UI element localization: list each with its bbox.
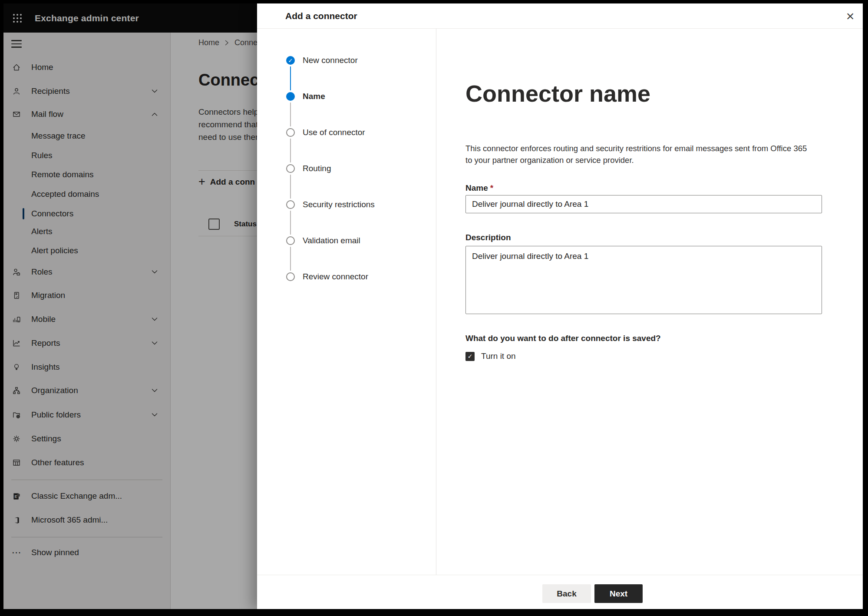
step-check-icon: ✓	[286, 56, 295, 65]
name-input[interactable]	[465, 195, 822, 213]
wizard-stepper: ✓ New connector Name Use of connector Ro…	[257, 29, 436, 575]
step-label: Use of connector	[303, 128, 365, 137]
description-line: This connector enforces routing and secu…	[465, 142, 807, 154]
step-circle	[286, 128, 295, 137]
wizard-description: This connector enforces routing and secu…	[465, 142, 807, 166]
step-label: Security restrictions	[303, 200, 375, 209]
step-label: Validation email	[303, 236, 360, 245]
back-button[interactable]: Back	[542, 584, 591, 603]
dialog-header: Add a connector ×	[257, 3, 863, 29]
step-circle	[286, 236, 295, 245]
after-save-question: What do you want to do after connector i…	[465, 334, 661, 343]
step-label: New connector	[303, 56, 358, 65]
checked-checkbox-icon[interactable]: ✓	[465, 352, 475, 361]
step-circle	[286, 272, 295, 281]
turn-it-on-option[interactable]: ✓ Turn it on	[465, 351, 516, 361]
step-circle	[286, 200, 295, 209]
dialog-body: ✓ New connector Name Use of connector Ro…	[257, 29, 863, 575]
step-use-of-connector[interactable]: Use of connector	[286, 123, 365, 142]
wizard-content: Connector name This connector enforces r…	[436, 29, 863, 575]
description-field-label: Description	[465, 233, 511, 242]
step-name[interactable]: Name	[286, 87, 325, 106]
turn-it-on-label: Turn it on	[481, 351, 516, 361]
dialog-footer: Back Next	[257, 575, 863, 609]
next-button[interactable]: Next	[594, 584, 643, 603]
wizard-heading: Connector name	[465, 80, 650, 107]
step-active-dot	[286, 92, 295, 101]
step-routing[interactable]: Routing	[286, 159, 331, 178]
close-icon[interactable]: ×	[842, 8, 858, 24]
required-asterisk: *	[490, 183, 493, 192]
step-review-connector[interactable]: Review connector	[286, 267, 368, 286]
add-connector-dialog: Add a connector × ✓ New connector Name U…	[257, 3, 863, 609]
dialog-title: Add a connector	[285, 11, 357, 21]
step-label: Review connector	[303, 272, 368, 282]
step-new-connector[interactable]: ✓ New connector	[286, 51, 358, 70]
step-validation-email[interactable]: Validation email	[286, 231, 360, 250]
description-textarea[interactable]: Deliver journal directly to Area 1	[465, 246, 822, 314]
step-circle	[286, 164, 295, 173]
step-security-restrictions[interactable]: Security restrictions	[286, 195, 375, 214]
name-field-label: Name*	[465, 183, 493, 193]
step-label: Routing	[303, 164, 331, 173]
step-label: Name	[303, 92, 325, 101]
description-line: to your partner organization or service …	[465, 154, 807, 166]
